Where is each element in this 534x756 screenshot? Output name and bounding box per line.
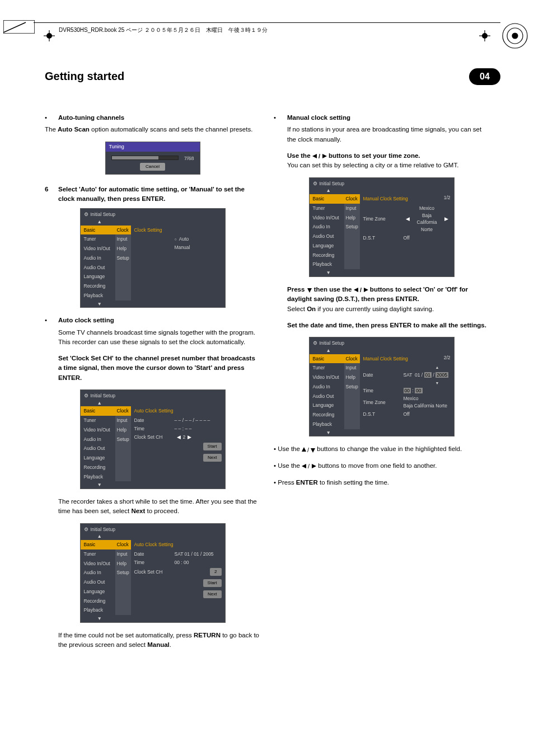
tz-instruction: Use the / buttons to set your time zone.	[287, 151, 489, 161]
tuning-progress-bar	[111, 156, 179, 160]
auto-tuning-body: The Auto Scan option automatically scans…	[45, 125, 260, 134]
side-item[interactable]: Audio Out	[81, 444, 115, 453]
side-item[interactable]: Tuner	[81, 416, 115, 425]
tab[interactable]: Setup	[115, 568, 131, 577]
side-item[interactable]: Playback	[81, 605, 115, 615]
side-item[interactable]: Basic	[310, 354, 344, 364]
side-item[interactable]: Recording	[81, 597, 115, 606]
gear-icon: ⚙	[84, 392, 88, 400]
side-item[interactable]: Recording	[310, 410, 344, 420]
side-item[interactable]: Language	[81, 272, 115, 281]
side-item[interactable]: Audio Out	[310, 392, 344, 401]
left-arrow-icon[interactable]: ◀	[404, 215, 412, 223]
side-item[interactable]: Video In/Out	[81, 244, 115, 253]
start-button[interactable]: Start	[203, 443, 222, 450]
date-year-field[interactable]: 2005	[435, 372, 448, 378]
svg-marker-21	[302, 464, 306, 468]
side-item[interactable]: Playback	[81, 472, 115, 482]
svg-marker-17	[364, 288, 368, 292]
right-arrow-icon[interactable]: ▶	[185, 434, 194, 440]
tz-value-top: Mexico	[404, 395, 451, 402]
tab[interactable]: Input	[344, 363, 360, 373]
side-item[interactable]: Audio Out	[81, 577, 115, 587]
next-button[interactable]: Next	[203, 590, 221, 598]
side-item[interactable]: Basic	[310, 194, 344, 204]
start-button[interactable]: Start	[203, 579, 222, 587]
side-item[interactable]: Audio In	[310, 222, 344, 232]
time-min-field[interactable]: 00	[415, 388, 422, 393]
tab[interactable]: Help	[115, 425, 131, 435]
side-item[interactable]: Video In/Out	[81, 425, 115, 435]
side-item[interactable]: Recording	[81, 281, 115, 291]
side-item[interactable]: Tuner	[81, 234, 115, 244]
header-rule	[34, 22, 500, 23]
tab[interactable]: Setup	[115, 253, 131, 263]
option-auto[interactable]: Auto	[175, 236, 189, 242]
option-manual[interactable]: Manual	[175, 244, 222, 251]
gear-icon: ⚙	[313, 340, 317, 347]
side-item[interactable]: Language	[310, 401, 344, 410]
tip-3: • Press ENTER to finish setting the time…	[274, 478, 489, 487]
next-button[interactable]: Next	[203, 454, 221, 462]
tab[interactable]: Help	[115, 559, 131, 569]
time-hour-field[interactable]: 00	[404, 388, 411, 393]
tab[interactable]: Help	[344, 373, 360, 382]
date-label: Date	[134, 417, 175, 424]
side-item[interactable]: Basic	[81, 540, 115, 550]
tab[interactable]: Input	[115, 416, 131, 425]
side-item[interactable]: Tuner	[81, 550, 115, 559]
initial-setup-clock-setting: ⚙Initial Setup ▲ Basic Tuner Video In/Ou…	[80, 208, 226, 308]
up-arrow-icon: ▲	[435, 365, 439, 369]
tab[interactable]: Input	[115, 234, 131, 244]
setup-heading: Clock Setting	[134, 227, 222, 234]
side-item[interactable]: Basic	[81, 226, 115, 235]
tab[interactable]: Setup	[344, 382, 360, 392]
date-month[interactable]: 01	[415, 372, 420, 378]
tab[interactable]: Clock	[115, 226, 131, 235]
tab[interactable]: Help	[115, 244, 131, 253]
time-label: Time	[134, 425, 175, 433]
text: option automatically scans and sets the …	[90, 126, 253, 133]
tab[interactable]: Setup	[344, 222, 360, 232]
side-item[interactable]: Audio In	[81, 435, 115, 444]
tab[interactable]: Help	[344, 213, 360, 223]
side-item[interactable]: Audio In	[310, 382, 344, 392]
side-item[interactable]: Recording	[81, 463, 115, 472]
side-item[interactable]: Tuner	[310, 363, 344, 373]
side-item[interactable]: Language	[81, 453, 115, 463]
down-arrow-icon: ▼	[97, 301, 102, 307]
tab[interactable]: Clock	[344, 194, 360, 204]
side-item[interactable]: Playback	[310, 260, 344, 269]
side-item[interactable]: Tuner	[310, 204, 344, 213]
side-item[interactable]: Audio Out	[310, 232, 344, 241]
left-arrow-icon[interactable]: ◀	[175, 434, 183, 440]
tab[interactable]: Clock	[344, 354, 360, 364]
tab[interactable]: Setup	[115, 435, 131, 444]
cancel-button[interactable]: Cancel	[140, 163, 165, 171]
side-item[interactable]: Playback	[310, 420, 344, 429]
clock-set-ch-value[interactable]: 2	[210, 568, 221, 576]
side-item[interactable]: Audio In	[81, 568, 115, 577]
side-item[interactable]: Video In/Out	[310, 373, 344, 382]
date-day-field[interactable]: 01	[424, 372, 432, 378]
text: Press	[287, 286, 307, 293]
side-item[interactable]: Video In/Out	[310, 213, 344, 223]
side-item[interactable]: Recording	[310, 251, 344, 260]
date-label: Date	[363, 372, 404, 379]
side-item[interactable]: Basic	[81, 406, 115, 416]
side-item[interactable]: Audio In	[81, 253, 115, 263]
tab[interactable]: Clock	[115, 406, 131, 416]
side-item[interactable]: Video In/Out	[81, 559, 115, 569]
tz-value-top: Mexico	[412, 205, 442, 212]
left-right-arrows-icon: /	[302, 461, 316, 471]
right-arrow-icon[interactable]: ▶	[442, 215, 451, 223]
tab[interactable]: Clock	[115, 540, 131, 550]
side-item[interactable]: Language	[81, 587, 115, 597]
tab[interactable]: Input	[344, 204, 360, 213]
down-arrow-icon: ▼	[326, 430, 331, 435]
tab[interactable]: Input	[115, 550, 131, 559]
side-item[interactable]: Audio Out	[81, 263, 115, 273]
side-item[interactable]: Language	[310, 241, 344, 251]
side-item[interactable]: Playback	[81, 291, 115, 300]
auto-clock-heading-text: Auto clock setting	[58, 316, 260, 325]
